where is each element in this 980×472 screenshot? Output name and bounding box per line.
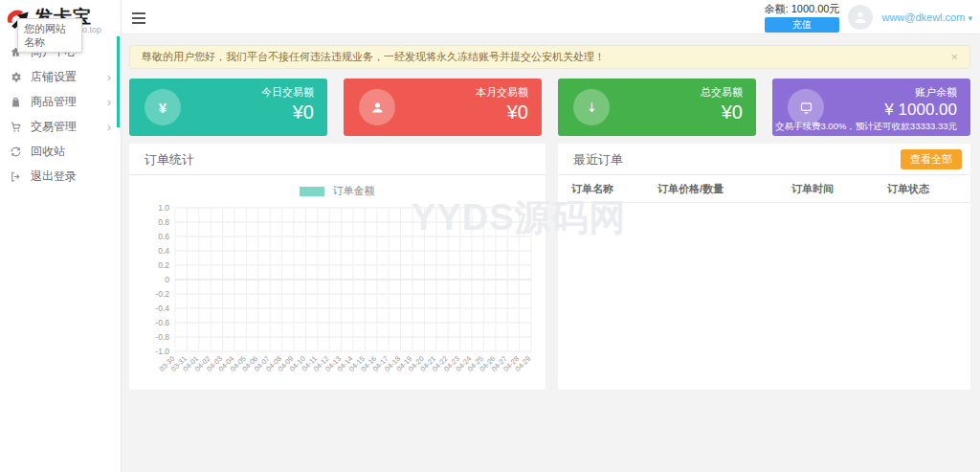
bag-icon (10, 96, 24, 108)
sidebar-item-bag[interactable]: 商品管理› (0, 89, 121, 114)
balance-text: 余额: 1000.00元 (765, 2, 840, 16)
sidebar-item-label: 商品管理 (31, 94, 77, 110)
stat-card: 账户余额¥ 1000.00交易手续费3.00%，预计还可收款33333.33元 (772, 79, 970, 136)
stat-card-value: ¥0 (701, 101, 743, 124)
svg-text:0.6: 0.6 (158, 232, 169, 241)
recycle-icon (10, 146, 24, 158)
order-amount-chart: 1.00.80.60.40.20-0.2-0.4-0.6-0.8-1.003-3… (137, 200, 539, 399)
cart-icon (10, 121, 24, 133)
chevron-right-icon: › (107, 121, 111, 133)
stat-card-label: 今日交易额 (261, 86, 314, 100)
chart-legend: 订单金额 (129, 184, 546, 198)
user-icon (359, 89, 395, 125)
stat-card-value: ¥0 (261, 101, 314, 124)
chevron-right-icon: › (107, 71, 111, 83)
sidebar-item-label: 店铺设置 (31, 69, 77, 85)
recent-orders-title: 最近订单 (573, 152, 623, 167)
orders-table-header: 订单名称订单价格/数量订单时间订单状态 (558, 175, 970, 203)
svg-text:0.2: 0.2 (158, 260, 169, 270)
account-email: www@dkewl.com (881, 11, 965, 23)
order-stats-title: 订单统计 (129, 144, 546, 175)
gear-icon (10, 71, 24, 83)
stat-card-label: 总交易额 (701, 86, 743, 100)
svg-text:-0.2: -0.2 (155, 289, 169, 299)
chevron-down-icon: ▾ (968, 13, 972, 23)
site-name-tooltip: 您的网站名称 (17, 18, 82, 53)
sidebar-item-logout[interactable]: 退出登录 (0, 164, 121, 189)
sidebar-item-cart[interactable]: 交易管理› (0, 114, 121, 139)
chevron-right-icon: › (107, 96, 111, 108)
notice-text: 尊敬的用户您好，我们平台不接任何违法违规业务，一经发现将永久冻结账号并提交公安机… (142, 50, 605, 64)
sidebar-menu: 商户中心店铺设置›商品管理›交易管理›回收站退出登录 (0, 34, 121, 189)
stat-card-value: ¥ 1000.00 (775, 100, 957, 120)
svg-text:-0.6: -0.6 (155, 318, 169, 327)
svg-text:-0.8: -0.8 (155, 332, 169, 342)
logo-subtitle: o.top (82, 25, 101, 34)
stat-card-label: 本月交易额 (476, 86, 528, 100)
stat-card: 总交易额¥0 (558, 79, 756, 136)
topbar-right: 余额: 1000.00元 充值 www@dkewl.com ▾ (765, 0, 972, 34)
sidebar-item-label: 交易管理 (31, 119, 77, 135)
order-stats-panel: 订单统计 订单金额 1.00.80.60.40.20-0.2-0.4-0.6-0… (129, 144, 546, 390)
recharge-button[interactable]: 充值 (765, 17, 840, 33)
view-all-button[interactable]: 查看全部 (901, 149, 962, 169)
close-icon[interactable]: × (950, 50, 958, 64)
svg-text:-0.4: -0.4 (155, 303, 169, 313)
legend-label: 订单金额 (333, 185, 375, 196)
stat-cards-row: ¥今日交易额¥0本月交易额¥0总交易额¥0账户余额¥ 1000.00交易手续费3… (129, 79, 970, 136)
sidebar: 发卡宝 o.top 您的网站名称 商户中心店铺设置›商品管理›交易管理›回收站退… (0, 0, 122, 472)
stat-card-note: 交易手续费3.00%，预计还可收款33333.33元 (775, 121, 957, 132)
legend-swatch (300, 187, 324, 196)
notice-alert: 尊敬的用户您好，我们平台不接任何违法违规业务，一经发现将永久冻结账号并提交公安机… (129, 45, 970, 69)
stat-card: ¥今日交易额¥0 (129, 79, 327, 136)
orders-column-header: 订单价格/数量 (657, 182, 791, 196)
stat-card: 本月交易额¥0 (344, 79, 542, 136)
sidebar-scrollbar[interactable] (117, 36, 120, 127)
recent-orders-header: 最近订单 查看全部 (558, 144, 970, 175)
sidebar-item-gear[interactable]: 店铺设置› (0, 64, 121, 89)
account-dropdown[interactable]: www@dkewl.com ▾ (881, 11, 972, 23)
orders-column-header: 订单状态 (887, 182, 973, 196)
recent-orders-panel: 最近订单 查看全部 订单名称订单价格/数量订单时间订单状态 (558, 144, 970, 390)
arrow-down-icon (573, 89, 610, 125)
svg-text:0.4: 0.4 (158, 246, 169, 256)
sidebar-item-label: 回收站 (31, 144, 65, 160)
hamburger-menu-icon[interactable] (132, 12, 145, 27)
svg-text:1.0: 1.0 (158, 203, 169, 213)
avatar[interactable] (848, 5, 873, 30)
yen-icon: ¥ (145, 89, 181, 125)
stat-card-label: 账户余额 (775, 86, 957, 100)
balance-block: 余额: 1000.00元 充值 (765, 2, 840, 33)
sidebar-item-recycle[interactable]: 回收站 (0, 139, 121, 164)
person-icon (853, 10, 868, 25)
svg-text:0.8: 0.8 (158, 217, 169, 227)
svg-text:0: 0 (165, 275, 169, 284)
logout-icon (10, 170, 24, 183)
orders-column-header: 订单时间 (791, 182, 887, 196)
svg-text:-1.0: -1.0 (155, 347, 169, 356)
topbar: 余额: 1000.00元 充值 www@dkewl.com ▾ (122, 0, 980, 34)
stat-card-value: ¥0 (476, 101, 528, 124)
chart-area: 1.00.80.60.40.20-0.2-0.4-0.6-0.8-1.003-3… (129, 198, 546, 403)
sidebar-item-label: 退出登录 (31, 169, 77, 185)
orders-column-header: 订单名称 (571, 182, 657, 196)
